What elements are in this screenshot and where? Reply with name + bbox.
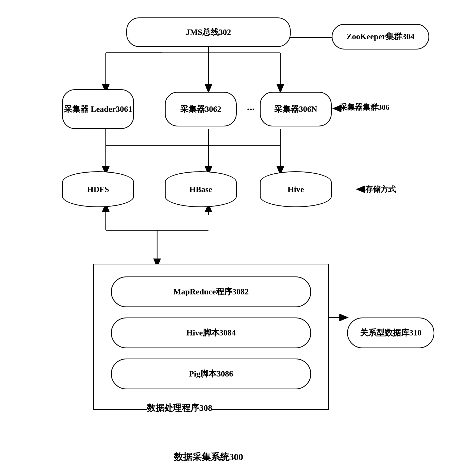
mapreduce-node: MapReduce程序3082 (111, 276, 311, 307)
hive-script-node: Hive脚本3084 (111, 318, 311, 348)
data-processor-label: 数据处理程序308 (147, 402, 212, 414)
collector-group-label: 采集器集群306 (339, 102, 389, 113)
system-title: 数据采集系统300 (126, 451, 291, 463)
hive-node: Hive (260, 171, 332, 207)
jms-node: JMS总线302 (126, 17, 291, 47)
collector-leader-node: 采集器 Leader3061 (62, 89, 134, 129)
zookeeper-node: ZooKeeper集群304 (332, 24, 429, 49)
collector-n-node: 采集器306N (260, 92, 332, 126)
hbase-node: HBase (165, 171, 237, 207)
relational-db-node: 关系型数据库310 (347, 318, 434, 348)
collector-2-node: 采集器3062 (165, 92, 237, 126)
storage-label: 存储方式 (365, 184, 396, 195)
pig-script-node: Pig脚本3086 (111, 359, 311, 389)
dots-label: ... (247, 101, 255, 113)
hdfs-node: HDFS (62, 171, 134, 207)
diagram: JMS总线302 ZooKeeper集群304 采集器 Leader3061 采… (49, 10, 409, 466)
